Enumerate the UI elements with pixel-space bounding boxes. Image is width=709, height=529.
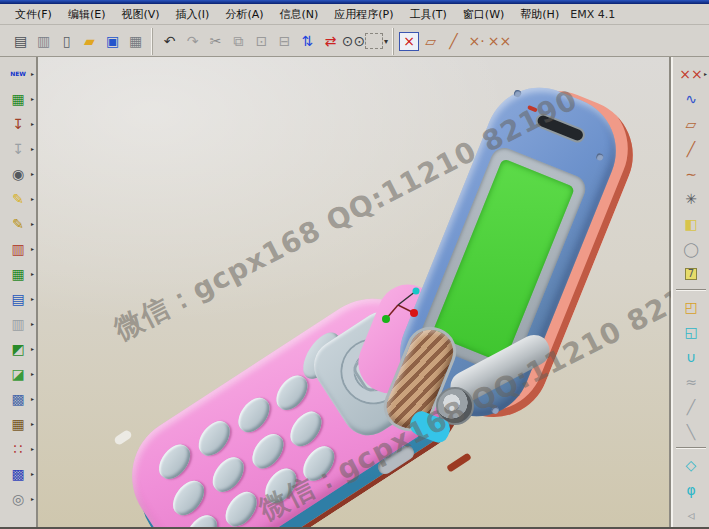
save-icon[interactable]: ▣ xyxy=(101,30,124,53)
axis-display-icon-glyph: ╱ xyxy=(449,34,457,48)
datum-axis-tool-icon[interactable]: ╱ xyxy=(675,136,707,161)
emx-cooling-grid-icon[interactable]: ▩▸ xyxy=(2,461,34,486)
emx-cut-block-icon-flyout[interactable]: ▸ xyxy=(31,370,34,377)
menu-item-tools[interactable]: 工具(T) xyxy=(403,5,454,24)
emx-ejector-angled-icon-glyph: ✎ xyxy=(12,217,24,231)
emx-screw-icon[interactable]: ↧▸ xyxy=(2,111,34,136)
emx-red-dots-icon[interactable]: ∷▸ xyxy=(2,436,34,461)
datum-point-tool-icon-flyout[interactable]: ▸ xyxy=(704,70,707,77)
emx-machine-icon[interactable]: ▤▸ xyxy=(2,286,34,311)
emx-insert-block-icon[interactable]: ▦▸ xyxy=(2,261,34,286)
open-folder-icon[interactable]: ▰ xyxy=(78,30,101,53)
new-object-icon[interactable]: ▤ xyxy=(9,30,32,53)
plane-display-icon[interactable]: ▱ xyxy=(419,30,442,53)
emx-gray-stack-icon[interactable]: ▥▸ xyxy=(2,311,34,336)
datum-point-tool-icon[interactable]: ××▸ xyxy=(675,61,707,86)
menu-item-applications[interactable]: 应用程序(P) xyxy=(327,5,400,24)
sketch-tool-icon-glyph: ∿ xyxy=(685,92,697,106)
menu-item-view[interactable]: 视图(V) xyxy=(114,5,166,24)
point-display-icon[interactable]: ×· xyxy=(465,30,488,53)
emx-insert-block-icon-flyout[interactable]: ▸ xyxy=(31,270,34,277)
plane-7-icon[interactable]: 7 xyxy=(675,261,707,286)
emx-z-block-icon-flyout[interactable]: ▸ xyxy=(31,345,34,352)
emx-component-icon[interactable]: ↧▸ xyxy=(2,136,34,161)
emx-z-block-icon[interactable]: ◩▸ xyxy=(2,336,34,361)
regenerate-custom-icon[interactable]: ⇄ xyxy=(319,30,342,53)
find-icon[interactable]: ⊙⊙ xyxy=(342,30,365,53)
emx-new-project-icon-flyout[interactable]: ▸ xyxy=(31,70,34,77)
blend-tool-icon-glyph: ≈ xyxy=(685,375,697,389)
datum-plane-tool-icon[interactable]: ▱ xyxy=(675,111,707,136)
selection-filter-icon[interactable] xyxy=(365,33,383,49)
emx-new-project-icon[interactable]: NEW▸ xyxy=(2,61,34,86)
emx-moldbase-icon[interactable]: ▦▸ xyxy=(2,86,34,111)
blend-tool-icon[interactable]: ≈ xyxy=(675,369,707,394)
draft-tool-icon[interactable]: ◃ xyxy=(675,502,707,527)
emx-slider-icon[interactable]: ▥▸ xyxy=(2,236,34,261)
sketch-tool-icon[interactable]: ∿ xyxy=(675,86,707,111)
emx-slider-icon-flyout[interactable]: ▸ xyxy=(31,245,34,252)
new-file-icon[interactable]: ▯ xyxy=(55,30,78,53)
keypad-key xyxy=(193,416,236,461)
axis-pattern-tool-icon[interactable]: φ xyxy=(675,477,707,502)
menu-item-info[interactable]: 信息(N) xyxy=(273,5,326,24)
copy-icon[interactable]: ⧉ xyxy=(227,30,250,53)
emx-machine-icon-flyout[interactable]: ▸ xyxy=(31,295,34,302)
emx-moldbase-icon-flyout[interactable]: ▸ xyxy=(31,95,34,102)
cut-icon[interactable]: ✂ xyxy=(204,30,227,53)
emx-plate-dots-icon[interactable]: ▦▸ xyxy=(2,411,34,436)
csys-display-icon[interactable]: ×× xyxy=(488,30,511,53)
menu-item-file[interactable]: 文件(F) xyxy=(8,5,59,24)
style-tool-icon-glyph: ╲ xyxy=(687,425,695,439)
emx-ejector-angled-icon-flyout[interactable]: ▸ xyxy=(31,220,34,227)
emx-slider-icon-glyph: ▥ xyxy=(11,242,24,256)
emx-plate-plus-icon-flyout[interactable]: ▸ xyxy=(31,395,34,402)
menu-item-insert[interactable]: 插入(I) xyxy=(169,5,217,24)
main-toolbar: ▤▥▯▰▣▦↶↷✂⧉⊡⊟⇅⇄⊙⊙▾×▱╱×·×× xyxy=(0,26,709,57)
print-icon[interactable]: ▦ xyxy=(124,30,147,53)
emx-cooling-grid-icon-flyout[interactable]: ▸ xyxy=(31,470,34,477)
emx-component-icon-flyout[interactable]: ▸ xyxy=(31,145,34,152)
redo-icon[interactable]: ↷ xyxy=(181,30,204,53)
emx-red-dots-icon-flyout[interactable]: ▸ xyxy=(31,445,34,452)
undo-icon[interactable]: ↶ xyxy=(158,30,181,53)
emx-drill-icon-flyout[interactable]: ▸ xyxy=(31,495,34,502)
regenerate-icon[interactable]: ⇅ xyxy=(296,30,319,53)
emx-drill-icon[interactable]: ◎▸ xyxy=(2,486,34,511)
axis-pattern-tool-icon-glyph: φ xyxy=(686,483,695,497)
emx-bolt-icon-flyout[interactable]: ▸ xyxy=(31,170,34,177)
emx-screw-icon-flyout[interactable]: ▸ xyxy=(31,120,34,127)
menu-item-window[interactable]: 窗口(W) xyxy=(456,5,511,24)
emx-plate-dots-icon-flyout[interactable]: ▸ xyxy=(31,420,34,427)
style-tool-icon[interactable]: ╲ xyxy=(675,419,707,444)
selection-filter-icon-dropdown[interactable]: ▾ xyxy=(384,37,388,46)
emx-cut-block-icon[interactable]: ◪▸ xyxy=(2,361,34,386)
paste-icon[interactable]: ⊡ xyxy=(250,30,273,53)
boundary-blend-tool-icon[interactable]: ╱ xyxy=(675,394,707,419)
menu-item-help[interactable]: 帮助(H) xyxy=(513,5,566,24)
csys-tool-icon[interactable]: ✳ xyxy=(675,186,707,211)
menu-item-analysis[interactable]: 分析(A) xyxy=(218,5,270,24)
menu-item-edit[interactable]: 编辑(E) xyxy=(61,5,113,24)
sweep-tool-icon[interactable]: ∪ xyxy=(675,344,707,369)
axis-display-icon[interactable]: ╱ xyxy=(442,30,465,53)
emx-bolt-icon[interactable]: ◉▸ xyxy=(2,161,34,186)
emx-ejector-angled-icon[interactable]: ✎▸ xyxy=(2,211,34,236)
keypad-key xyxy=(153,439,196,484)
datum-display-off-icon[interactable]: × xyxy=(399,32,419,51)
curve-tool-icon[interactable]: ∼ xyxy=(675,161,707,186)
revolve-tool-icon[interactable]: ◱ xyxy=(675,319,707,344)
emx-ejector-pin-icon[interactable]: ✎▸ xyxy=(2,186,34,211)
open-object-icon[interactable]: ▥ xyxy=(32,30,55,53)
extrude-tool-icon[interactable]: ◰ xyxy=(675,294,707,319)
paste-special-icon[interactable]: ⊟ xyxy=(273,30,296,53)
paste-icon-glyph: ⊡ xyxy=(256,34,268,48)
sketch-ring-icon[interactable]: ◯ xyxy=(675,236,707,261)
cut-icon-glyph: ✂ xyxy=(210,34,222,48)
emx-gray-stack-icon-flyout[interactable]: ▸ xyxy=(31,320,34,327)
graphics-canvas[interactable]: 微信：gcpx168 QQ:11210 82190 微信：gcpx168 QQ:… xyxy=(38,57,671,527)
emx-plate-plus-icon[interactable]: ▩▸ xyxy=(2,386,34,411)
emx-ejector-pin-icon-flyout[interactable]: ▸ xyxy=(31,195,34,202)
round-tool-icon[interactable]: ◇ xyxy=(675,452,707,477)
plane-offset-tool-icon[interactable]: ◧ xyxy=(675,211,707,236)
